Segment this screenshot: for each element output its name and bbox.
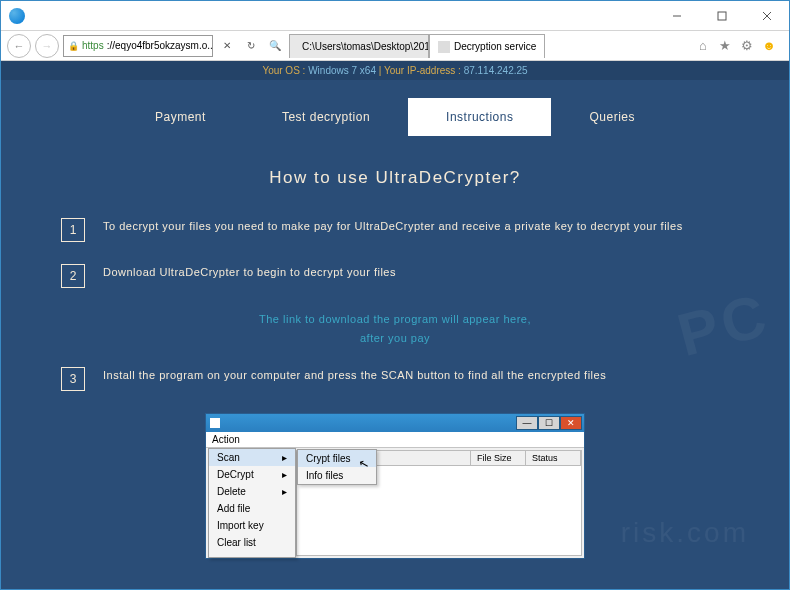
lock-icon: 🔒 (68, 41, 79, 51)
browser-toolbar: ← → 🔒 https://eqyo4fbr5okzaysm.o... ✕ ↻ … (1, 31, 789, 61)
menu-item-decrypt[interactable]: DeCrypt▸ (209, 466, 295, 483)
menu-item-delete[interactable]: Delete▸ (209, 483, 295, 500)
tab-label: C:\Users\tomas\Desktop\2016-... (302, 41, 429, 52)
url-text: ://eqyo4fbr5okzaysm.o... (107, 40, 213, 51)
step-number: 3 (61, 367, 85, 391)
nav-back-button[interactable]: ← (7, 34, 31, 58)
step-number: 1 (61, 218, 85, 242)
os-label: Your OS : (262, 65, 305, 76)
search-dropdown-button[interactable]: 🔍 (265, 40, 285, 51)
step-item: 2 Download UltraDeCrypter to begin to de… (61, 264, 729, 288)
action-menu: Scan▸ DeCrypt▸ Delete▸ Add file Import k… (208, 448, 296, 558)
step-item: 3 Install the program on your computer a… (61, 367, 729, 391)
smiley-icon[interactable]: ☻ (761, 38, 777, 54)
page-heading: How to use UltraDeCrypter? (1, 168, 789, 188)
submenu-arrow-icon: ▸ (282, 486, 287, 497)
submenu-arrow-icon: ▸ (282, 452, 287, 463)
os-value: Windows 7 x64 (308, 65, 376, 76)
tab-instructions[interactable]: Instructions (408, 98, 551, 136)
info-bar: Your OS : Windows 7 x64 | Your IP-addres… (1, 61, 789, 80)
window-minimize-button[interactable] (654, 1, 699, 31)
col-status: Status (526, 451, 581, 465)
app-icon (210, 418, 220, 428)
tab-strip: C:\Users\tomas\Desktop\2016-... Decrypti… (289, 33, 691, 58)
step-number: 2 (61, 264, 85, 288)
download-link-placeholder: The link to download the program will ap… (61, 310, 729, 347)
step-text: To decrypt your files you need to make p… (103, 218, 683, 242)
browser-tab[interactable]: Decryption service (429, 34, 545, 58)
col-filesize: File Size (471, 451, 526, 465)
nav-forward-button[interactable]: → (35, 34, 59, 58)
window-titlebar (1, 1, 789, 31)
step-text: Download UltraDeCrypter to begin to decr… (103, 264, 396, 288)
stop-button[interactable]: ✕ (217, 40, 237, 51)
app-menubar[interactable]: Action (206, 432, 584, 448)
tab-queries[interactable]: Queries (551, 98, 673, 136)
menu-item-clear-list[interactable]: Clear list (209, 534, 295, 551)
submenu-arrow-icon: ▸ (282, 469, 287, 480)
ip-value: 87.114.242.25 (464, 65, 528, 76)
app-close-button[interactable]: ✕ (560, 416, 582, 430)
step-text: Install the program on your computer and… (103, 367, 606, 391)
nav-tabs: Payment Test decryption Instructions Que… (1, 98, 789, 136)
menu-item-add-file[interactable]: Add file (209, 500, 295, 517)
step-item: 1 To decrypt your files you need to make… (61, 218, 729, 242)
ie-logo-icon (9, 8, 25, 24)
app-maximize-button[interactable]: ☐ (538, 416, 560, 430)
watermark: risk.com (621, 517, 749, 549)
ip-label: Your IP-address : (384, 65, 461, 76)
app-minimize-button[interactable]: — (516, 416, 538, 430)
tab-test-decryption[interactable]: Test decryption (244, 98, 408, 136)
app-titlebar: — ☐ ✕ (206, 414, 584, 432)
favorites-icon[interactable]: ★ (717, 38, 733, 54)
tools-icon[interactable]: ⚙ (739, 38, 755, 54)
page-content: PC risk.com Your OS : Windows 7 x64 | Yo… (1, 61, 789, 589)
browser-tab[interactable]: C:\Users\tomas\Desktop\2016-... (289, 34, 429, 58)
menu-item-import-key[interactable]: Import key (209, 517, 295, 534)
menu-item-scan[interactable]: Scan▸ (209, 449, 295, 466)
tab-payment[interactable]: Payment (117, 98, 244, 136)
app-body: Scan▸ DeCrypt▸ Delete▸ Add file Import k… (206, 448, 584, 558)
svg-rect-1 (718, 12, 726, 20)
home-icon[interactable]: ⌂ (695, 38, 711, 54)
tab-label: Decryption service (454, 41, 536, 52)
app-screenshot: — ☐ ✕ Action Scan▸ DeCrypt▸ Delete▸ Add … (205, 413, 585, 559)
page-icon (438, 41, 450, 53)
url-scheme: https (82, 40, 104, 51)
address-bar[interactable]: 🔒 https://eqyo4fbr5okzaysm.o... (63, 35, 213, 57)
window-maximize-button[interactable] (699, 1, 744, 31)
window-close-button[interactable] (744, 1, 789, 31)
steps-list: 1 To decrypt your files you need to make… (61, 218, 729, 391)
refresh-button[interactable]: ↻ (241, 40, 261, 51)
